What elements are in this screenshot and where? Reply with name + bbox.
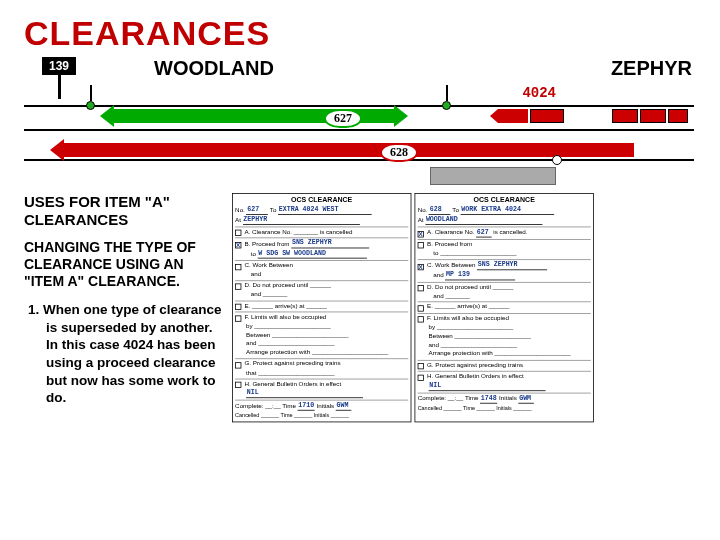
milepost-sign: 139 (42, 57, 76, 99)
train-number: 4024 (522, 85, 556, 101)
station-woodland: WOODLAND (154, 57, 274, 80)
explanatory-text: USES FOR ITEM "A" CLEARANCES CHANGING TH… (24, 193, 224, 487)
body-paragraph: 1. When one type of clearance is superse… (24, 301, 224, 406)
station-zephyr: ZEPHYR (611, 57, 692, 80)
changing-heading: CHANGING THE TYPE OF CLEARANCE USING AN … (24, 239, 224, 289)
signal-dot-icon (552, 155, 562, 165)
ocs-form-627: OCS CLEARANCE No. 627 To EXTRA 4024 WEST… (232, 193, 411, 422)
track-diagram: 139 WOODLAND ZEPHYR 4024 627 628 (24, 55, 696, 185)
page-title: CLEARANCES (24, 14, 696, 53)
arrow-label-627: 627 (324, 109, 362, 128)
ocs-form-628: OCS CLEARANCE No. 628 To WORK EXTRA 4024… (415, 193, 594, 422)
engine-icon (498, 109, 528, 123)
uses-heading: USES FOR ITEM "A" CLEARANCES (24, 193, 224, 229)
arrow-label-628: 628 (380, 143, 418, 162)
